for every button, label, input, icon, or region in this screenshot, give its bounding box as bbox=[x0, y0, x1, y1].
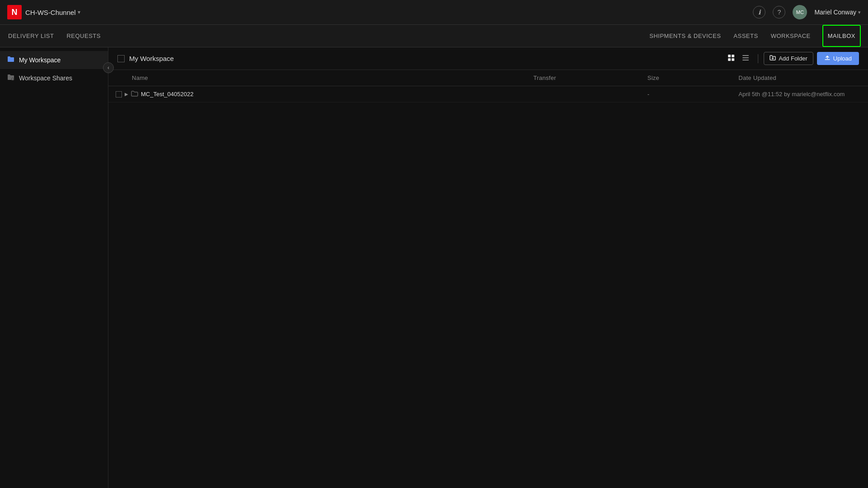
nav-workspace[interactable]: WORKSPACE bbox=[770, 25, 812, 47]
file-name-text: MC_Test_04052022 bbox=[141, 91, 193, 98]
sidebar-item-workspace-shares[interactable]: Workspace Shares bbox=[0, 69, 108, 87]
workspace-dropdown-icon: ▾ bbox=[78, 9, 80, 15]
nav-requests[interactable]: REQUESTS bbox=[65, 25, 102, 47]
workspace-name: CH-WS-Chunnel bbox=[25, 9, 76, 16]
grid-view-button[interactable] bbox=[724, 52, 738, 65]
sidebar-workspace-shares-label: Workspace Shares bbox=[19, 74, 72, 82]
folder-icon bbox=[7, 56, 14, 65]
main-layout: ‹ My Workspace Workspace Shares bbox=[0, 47, 868, 488]
file-size-cell: - bbox=[640, 86, 731, 102]
view-divider bbox=[758, 54, 758, 63]
avatar: MC bbox=[793, 5, 807, 19]
grid-view-icon bbox=[728, 55, 734, 62]
nav-shipments-devices[interactable]: SHIPMENTS & DEVICES bbox=[649, 25, 722, 47]
content-area: My Workspace bbox=[108, 47, 868, 488]
file-date-cell: April 5th @11:52 by marielc@netflix.com bbox=[731, 86, 868, 102]
add-folder-icon bbox=[770, 55, 776, 62]
collapse-icon: ‹ bbox=[107, 65, 109, 71]
column-header-name: Name bbox=[108, 70, 526, 86]
folder-shared-icon bbox=[7, 74, 14, 83]
add-folder-button[interactable]: Add Folder bbox=[764, 52, 813, 65]
info-icon[interactable]: ℹ bbox=[753, 6, 765, 19]
file-size-value: - bbox=[647, 91, 649, 98]
file-table: Name Transfer Size Date Updated ▶ bbox=[108, 70, 868, 102]
expand-arrow[interactable]: ▶ bbox=[125, 92, 128, 97]
add-folder-label: Add Folder bbox=[779, 55, 807, 62]
svg-rect-2 bbox=[732, 55, 734, 57]
svg-rect-5 bbox=[742, 55, 749, 56]
workspace-selector[interactable]: CH-WS-Chunnel ▾ bbox=[25, 9, 80, 16]
sidebar-my-workspace-label: My Workspace bbox=[19, 56, 61, 64]
column-header-date-updated: Date Updated bbox=[731, 70, 868, 86]
file-date-value: April 5th @11:52 by marielc@netflix.com bbox=[738, 91, 845, 98]
column-header-size: Size bbox=[640, 70, 731, 86]
sidebar-collapse-button[interactable]: ‹ bbox=[103, 62, 114, 73]
header-right: ℹ ? MC Mariel Conway ▾ bbox=[753, 5, 861, 19]
user-name-label: Mariel Conway bbox=[814, 9, 856, 16]
sidebar-item-my-workspace[interactable]: My Workspace bbox=[0, 51, 108, 69]
user-dropdown-icon: ▾ bbox=[858, 9, 861, 15]
svg-rect-7 bbox=[742, 60, 749, 60]
svg-rect-4 bbox=[732, 58, 734, 61]
nav-delivery-list[interactable]: DELIVERY LIST bbox=[7, 25, 55, 47]
content-header-left: My Workspace bbox=[117, 55, 174, 62]
view-toggle bbox=[724, 52, 752, 65]
folder-row-icon bbox=[131, 90, 138, 98]
list-view-icon bbox=[742, 55, 749, 62]
user-name-button[interactable]: Mariel Conway ▾ bbox=[814, 9, 861, 16]
netflix-logo: N bbox=[7, 5, 22, 19]
help-icon[interactable]: ? bbox=[773, 6, 785, 19]
header-left: N CH-WS-Chunnel ▾ bbox=[7, 5, 80, 19]
sidebar: My Workspace Workspace Shares bbox=[0, 47, 108, 488]
list-view-button[interactable] bbox=[739, 52, 752, 65]
svg-rect-6 bbox=[742, 57, 749, 58]
file-name-cell: ▶ MC_Test_04052022 bbox=[108, 86, 526, 102]
content-header-right: Add Folder Upload bbox=[724, 52, 859, 65]
select-all-checkbox[interactable] bbox=[117, 55, 125, 62]
upload-icon bbox=[824, 55, 831, 62]
upload-label: Upload bbox=[833, 55, 852, 62]
nav-mailbox[interactable]: MAILBOX bbox=[822, 25, 861, 47]
content-title: My Workspace bbox=[129, 55, 174, 62]
table-header-row: Name Transfer Size Date Updated bbox=[108, 70, 868, 86]
top-header: N CH-WS-Chunnel ▾ ℹ ? MC Mariel Conway ▾ bbox=[0, 0, 868, 25]
svg-rect-1 bbox=[728, 55, 731, 57]
upload-button[interactable]: Upload bbox=[817, 52, 859, 65]
column-header-transfer: Transfer bbox=[526, 70, 640, 86]
row-checkbox[interactable] bbox=[116, 91, 122, 98]
nav-bar: DELIVERY LIST REQUESTS SHIPMENTS & DEVIC… bbox=[0, 25, 868, 47]
nav-assets[interactable]: ASSETS bbox=[733, 25, 759, 47]
table-row[interactable]: ▶ MC_Test_04052022 - bbox=[108, 86, 868, 102]
svg-rect-3 bbox=[728, 58, 731, 61]
content-header: My Workspace bbox=[108, 47, 868, 70]
file-transfer-cell bbox=[526, 86, 640, 102]
